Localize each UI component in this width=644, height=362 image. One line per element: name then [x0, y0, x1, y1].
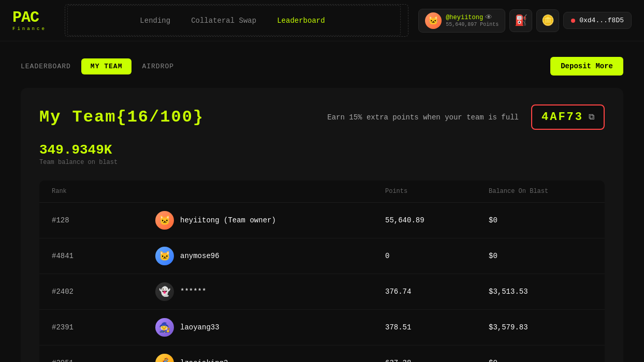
header: PAC Finance Lending Collateral Swap Lead…: [0, 0, 644, 41]
team-left: My Team{16/100}: [39, 108, 204, 127]
wallet-button[interactable]: 0xd4...f8D5: [563, 12, 632, 29]
header-right: 🐱 @heyiitong 👁 55,640,897 Points ⛽ 🪙 0xd…: [418, 9, 632, 33]
deposit-more-button[interactable]: Deposit More: [550, 57, 623, 76]
member-avatar: 👻: [155, 282, 174, 301]
rank-cell: #4841: [52, 252, 155, 260]
tab-my-team[interactable]: MY TEAM: [81, 58, 132, 74]
main-content: LEADERBOARD MY TEAM AIRDROP Deposit More…: [0, 41, 644, 362]
member-name: lzasiaking2: [180, 359, 228, 362]
col-rank: Rank: [52, 188, 155, 195]
balance-cell: $0: [489, 359, 592, 362]
tab-airdrop[interactable]: AIRDROP: [142, 59, 174, 73]
rank-cell: #2402: [52, 288, 155, 296]
wallet-status-dot: [571, 19, 575, 23]
user-cell: 🦸 lzasiaking2: [155, 354, 385, 362]
copy-icon[interactable]: ⧉: [589, 112, 594, 122]
member-name: anymose96: [180, 252, 219, 260]
team-code-box[interactable]: 4AF73 ⧉: [531, 104, 605, 130]
table-row: #4841 🐱 anymose96 0 $0: [39, 238, 605, 274]
avatar-emoji: 🐱: [428, 16, 438, 26]
team-table: Rank Points Balance on Blast #128 🐱 heyi…: [39, 180, 605, 362]
team-code-text: 4AF73: [541, 111, 583, 124]
team-right: Earn 15% extra points when your team is …: [327, 104, 605, 130]
member-avatar: 🐱: [155, 247, 174, 265]
logo-text: PAC: [12, 10, 47, 25]
user-points: 55,640,897 Points: [446, 22, 499, 27]
table-row: #128 🐱 heyiitong (Team owner) 55,640.89 …: [39, 203, 605, 238]
nav-leaderboard[interactable]: Leaderboard: [277, 17, 325, 25]
team-tagline: Earn 15% extra points when your team is …: [327, 113, 519, 122]
username: @heyiitong 👁: [446, 13, 499, 22]
points-cell: 637.38: [385, 359, 489, 362]
points-cell: 55,640.89: [385, 216, 489, 224]
member-name: heyiitong (Team owner): [180, 216, 276, 224]
rank-cell: #128: [52, 216, 155, 224]
team-title: My Team{16/100}: [39, 108, 204, 127]
member-avatar: 🧙: [155, 318, 174, 337]
balance-label: Team balance on blast: [39, 159, 605, 166]
user-cell: 🐱 heyiitong (Team owner): [155, 211, 385, 230]
main-nav: Lending Collateral Swap Leaderboard: [140, 17, 325, 25]
team-header-row: My Team{16/100} Earn 15% extra points wh…: [39, 104, 605, 130]
table-row: #2402 👻 ****** 376.74 $3,513.53: [39, 274, 605, 310]
user-info[interactable]: 🐱 @heyiitong 👁 55,640,897 Points: [418, 9, 505, 33]
coin-icon: 🪙: [541, 14, 554, 27]
points-cell: 378.51: [385, 323, 489, 331]
table-row: #2051 🦸 lzasiaking2 637.38 $0: [39, 345, 605, 362]
table-row: #2391 🧙 laoyang33 378.51 $3,579.83: [39, 310, 605, 345]
member-avatar: 🦸: [155, 354, 174, 362]
points-cell: 0: [385, 252, 489, 260]
balance-cell: $0: [489, 216, 592, 224]
wallet-address: 0xd4...f8D5: [579, 17, 624, 24]
gas-button[interactable]: ⛽: [509, 9, 532, 32]
table-header: Rank Points Balance on Blast: [39, 180, 605, 203]
user-cell: 🐱 anymose96: [155, 247, 385, 265]
table-body: #128 🐱 heyiitong (Team owner) 55,640.89 …: [39, 203, 605, 362]
balance-cell: $3,513.53: [489, 288, 592, 296]
nav-lending[interactable]: Lending: [140, 17, 170, 25]
balance-amount: 349.9349K: [39, 142, 605, 158]
user-cell: 🧙 laoyang33: [155, 318, 385, 337]
member-avatar: 🐱: [155, 211, 174, 230]
avatar: 🐱: [425, 12, 442, 29]
col-balance: Balance on Blast: [489, 188, 592, 195]
eye-icon: 👁: [485, 13, 492, 22]
logo[interactable]: PAC Finance: [12, 10, 47, 32]
col-points: Points: [385, 188, 489, 195]
tabs-bar: LEADERBOARD MY TEAM AIRDROP Deposit More: [21, 57, 623, 76]
member-name: laoyang33: [180, 323, 219, 331]
gas-icon: ⛽: [515, 14, 528, 27]
points-cell: 376.74: [385, 288, 489, 296]
rank-cell: #2391: [52, 323, 155, 331]
user-cell: 👻 ******: [155, 282, 385, 301]
nav-collateral-swap[interactable]: Collateral Swap: [191, 17, 256, 25]
rank-cell: #2051: [52, 359, 155, 362]
logo-subtitle: Finance: [12, 26, 47, 32]
member-name: ******: [180, 288, 206, 296]
team-section: My Team{16/100} Earn 15% extra points wh…: [21, 88, 623, 362]
team-balance: 349.9349K Team balance on blast: [39, 142, 605, 166]
col-name: [155, 188, 385, 195]
user-details: @heyiitong 👁 55,640,897 Points: [446, 13, 499, 27]
tab-leaderboard[interactable]: LEADERBOARD: [21, 59, 71, 73]
coin-button[interactable]: 🪙: [536, 9, 559, 32]
balance-cell: $0: [489, 252, 592, 260]
balance-cell: $3,579.83: [489, 323, 592, 331]
